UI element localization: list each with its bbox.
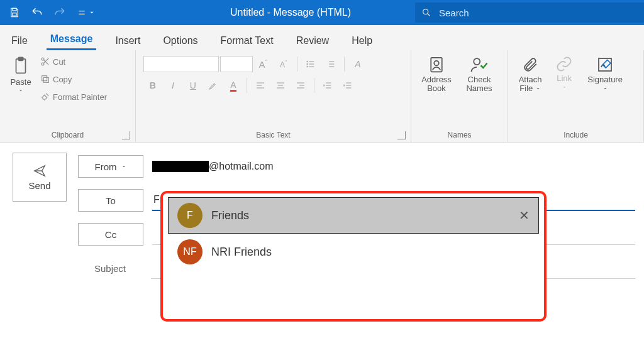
svg-point-9	[306, 61, 308, 63]
send-icon	[31, 164, 48, 178]
address-book-icon	[427, 55, 446, 74]
paste-button[interactable]: Paste	[4, 52, 38, 93]
avatar: NF	[177, 239, 203, 264]
svg-rect-3	[16, 59, 26, 73]
search-input[interactable]	[438, 7, 638, 19]
tab-help[interactable]: Help	[348, 30, 376, 50]
send-button[interactable]: Send	[13, 153, 67, 202]
cut-button[interactable]: Cut	[38, 54, 109, 69]
svg-rect-36	[599, 58, 611, 71]
save-icon[interactable]	[4, 2, 25, 23]
paintbrush-icon	[40, 92, 50, 102]
chevron-down-icon	[18, 88, 24, 93]
group-label: Names	[448, 131, 472, 139]
autocomplete-popup: F Friends ✕ NF NRI Friends	[160, 191, 547, 322]
svg-point-6	[42, 58, 44, 60]
italic-button[interactable]: I	[164, 77, 182, 94]
undo-icon[interactable]	[26, 2, 48, 23]
align-right-button[interactable]	[291, 77, 310, 94]
svg-rect-31	[346, 85, 351, 85]
link-button[interactable]: Link	[548, 52, 580, 92]
svg-rect-12	[309, 63, 314, 64]
window-title: Untitled - Message (HTML)	[230, 7, 351, 18]
svg-rect-7	[43, 77, 48, 82]
svg-rect-25	[299, 85, 304, 85]
subject-label: Subject	[78, 263, 142, 274]
font-name-combo[interactable]	[143, 56, 219, 72]
clipboard-small-buttons: Cut Copy Format Painter	[38, 52, 109, 104]
address-book-button[interactable]: Address Book	[415, 52, 458, 94]
svg-rect-4	[18, 57, 23, 60]
chevron-down-icon	[602, 86, 608, 91]
underline-button[interactable]: U	[184, 77, 203, 94]
group-clipboard: Paste Cut Copy Format Painter	[0, 50, 136, 142]
bold-button[interactable]: B	[143, 77, 162, 94]
svg-rect-18	[257, 82, 264, 83]
format-painter-button[interactable]: Format Painter	[38, 89, 109, 104]
align-left-button[interactable]	[251, 77, 270, 94]
autocomplete-item[interactable]: F Friends ✕	[168, 197, 539, 234]
svg-rect-30	[346, 82, 351, 83]
check-names-button[interactable]: Check Names	[458, 52, 501, 94]
autocomplete-item[interactable]: NF NRI Friends	[168, 234, 539, 270]
ribbon: Paste Cut Copy Format Painter	[0, 50, 644, 143]
svg-rect-27	[326, 82, 331, 83]
bullets-button[interactable]	[301, 55, 320, 73]
clear-formatting-button[interactable]: A	[348, 55, 367, 73]
numbering-button[interactable]	[321, 55, 340, 73]
avatar: F	[177, 203, 203, 228]
group-label: Include	[564, 131, 588, 139]
increase-indent-button[interactable]	[338, 77, 357, 94]
grow-font-button[interactable]: A˄	[254, 55, 273, 73]
align-center-button[interactable]	[271, 77, 290, 94]
tab-review[interactable]: Review	[292, 30, 333, 50]
cc-button[interactable]: Cc	[78, 223, 143, 246]
tab-format-text[interactable]: Format Text	[217, 30, 277, 50]
qat-customize-icon[interactable]	[72, 2, 101, 23]
autocomplete-item-label: Friends	[211, 209, 510, 222]
svg-rect-8	[42, 76, 47, 81]
dialog-launcher-icon[interactable]	[122, 131, 130, 139]
search-box[interactable]	[415, 3, 644, 23]
font-color-button[interactable]: A	[224, 77, 243, 94]
tab-insert[interactable]: Insert	[111, 30, 144, 50]
svg-rect-15	[329, 61, 334, 62]
svg-point-35	[474, 58, 480, 65]
tab-message[interactable]: Message	[47, 28, 97, 50]
svg-point-11	[306, 63, 308, 65]
svg-rect-16	[329, 63, 334, 64]
attach-file-button[interactable]: Attach File	[512, 52, 548, 94]
svg-rect-20	[257, 87, 264, 88]
svg-point-34	[434, 61, 439, 66]
group-basic-text: A˄ A˅ A B I U A	[136, 50, 411, 142]
font-size-combo[interactable]	[220, 56, 253, 72]
svg-rect-32	[346, 87, 351, 88]
dialog-launcher-icon[interactable]	[397, 131, 406, 139]
link-icon	[555, 55, 573, 73]
svg-rect-28	[326, 85, 331, 85]
tab-file[interactable]: File	[8, 30, 31, 50]
highlight-button[interactable]	[204, 77, 223, 94]
tab-options[interactable]: Options	[159, 30, 201, 50]
svg-rect-33	[431, 58, 442, 72]
outlook-compose-window: Untitled - Message (HTML) File Message I…	[0, 0, 644, 358]
shrink-font-button[interactable]: A˅	[274, 55, 293, 73]
quick-access-toolbar	[0, 2, 104, 23]
copy-button[interactable]: Copy	[38, 72, 109, 87]
group-label: Clipboard	[52, 131, 84, 139]
svg-rect-24	[297, 82, 304, 83]
group-include: Attach File Link Signature Include	[508, 50, 644, 142]
signature-icon	[596, 55, 614, 74]
to-button[interactable]: To	[78, 189, 143, 212]
svg-rect-17	[329, 66, 334, 67]
from-button[interactable]: From	[78, 155, 143, 178]
paperclip-icon	[522, 55, 538, 74]
redo-icon[interactable]	[49, 2, 70, 23]
svg-rect-14	[309, 66, 314, 67]
remove-suggestion-icon[interactable]: ✕	[519, 208, 530, 223]
group-names: Address Book Check Names Names	[411, 50, 508, 142]
signature-button[interactable]: Signature	[580, 52, 630, 94]
svg-rect-19	[257, 85, 262, 85]
svg-rect-29	[326, 87, 331, 88]
decrease-indent-button[interactable]	[318, 77, 337, 94]
